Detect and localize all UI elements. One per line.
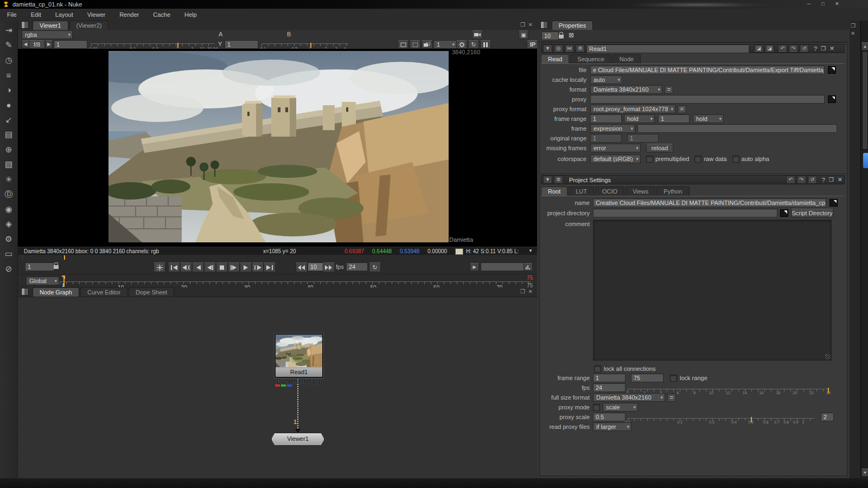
- tab-views[interactable]: Views: [626, 187, 655, 196]
- minimize-button[interactable]: ─: [803, 1, 814, 7]
- step-back-increment-button[interactable]: [296, 262, 308, 272]
- proxy-browse-icon[interactable]: [828, 95, 836, 103]
- collapse-panel-icon[interactable]: ▼: [543, 176, 552, 184]
- swap-ab-icon[interactable]: ◪: [754, 44, 763, 53]
- reload-button[interactable]: reload: [646, 144, 673, 152]
- color-tool-icon[interactable]: ◑: [0, 82, 17, 98]
- close-pane-icon[interactable]: ✕: [528, 22, 533, 28]
- scroll-down-icon[interactable]: ▼: [861, 468, 868, 477]
- scroll-up-icon[interactable]: ▲: [861, 42, 868, 50]
- full-size-expression-button[interactable]: =: [667, 394, 676, 402]
- toolsets-tool-icon[interactable]: ⚙: [0, 232, 17, 247]
- pane-menu-icon[interactable]: [21, 21, 29, 29]
- missing-frames-dropdown[interactable]: error: [590, 144, 641, 152]
- loop-mode-button[interactable]: ↻: [369, 262, 381, 272]
- draw-tool-icon[interactable]: ✎: [0, 38, 17, 53]
- flipbook-button[interactable]: [154, 262, 165, 272]
- auto-alpha-checkbox[interactable]: [732, 156, 739, 163]
- tab-viewer2[interactable]: (Viewer2): [69, 21, 109, 30]
- menu-cache[interactable]: Cache: [146, 9, 177, 21]
- revert-icon[interactable]: ↺: [808, 176, 817, 184]
- pane-menu-icon[interactable]: [21, 288, 29, 296]
- camera-button[interactable]: [472, 30, 483, 39]
- colorspace-dropdown[interactable]: default (sRGB): [590, 155, 641, 163]
- read-node[interactable]: Read1: [275, 333, 323, 378]
- file-browse-icon[interactable]: [828, 66, 836, 74]
- menu-edit[interactable]: Edit: [24, 9, 48, 21]
- gain-input[interactable]: 1: [54, 40, 87, 49]
- project-range-to-input[interactable]: 75: [631, 374, 663, 382]
- tab-sequence[interactable]: Sequence: [570, 54, 611, 63]
- proxy-mode-checkbox[interactable]: [593, 404, 600, 411]
- premultiplied-checkbox[interactable]: [646, 156, 653, 163]
- proxy-mode-dropdown[interactable]: scale: [603, 403, 638, 412]
- node-settings-icon[interactable]: ⚙: [554, 176, 563, 184]
- proxy-scale-slider[interactable]: 0.1 0.2 0.3 0.4 0.5 0.6 0.7 0.8 0.9 1: [628, 418, 814, 422]
- pause-button[interactable]: [480, 40, 491, 49]
- max-panels-input[interactable]: 10: [541, 31, 559, 40]
- tab-properties[interactable]: Properties: [552, 21, 593, 30]
- gain-slider[interactable]: 0.01 0.1 0.3 1 3 10 30 64: [91, 43, 214, 47]
- tab-dope-sheet[interactable]: Dope Sheet: [129, 287, 174, 297]
- close-pane-icon[interactable]: ✕: [851, 30, 855, 37]
- lock-frame-icon[interactable]: [54, 265, 59, 269]
- gamma-input[interactable]: 1: [225, 40, 258, 49]
- render-flipbook-icon[interactable]: ▶: [470, 263, 479, 271]
- time-tool-icon[interactable]: ◷: [0, 53, 17, 68]
- info-dropdown-arrow-icon[interactable]: ▼: [528, 248, 533, 253]
- project-name-input[interactable]: Creative Cloud Files/MANUALE DI MATTE PA…: [593, 198, 826, 207]
- stop-button[interactable]: [216, 262, 228, 272]
- menu-layout[interactable]: Layout: [48, 9, 80, 21]
- deep-tool-icon[interactable]: Ⓓ: [0, 187, 17, 202]
- menu-viewer[interactable]: Viewer: [80, 9, 112, 21]
- plugins-tool-icon[interactable]: ⊘: [0, 261, 17, 277]
- viewer-node[interactable]: Viewer1: [271, 433, 324, 446]
- read-proxy-files-dropdown[interactable]: if larger: [593, 422, 631, 431]
- float-panel-icon[interactable]: ❐: [829, 177, 834, 183]
- file-input[interactable]: e Cloud Files/MANUALE DI MATTE PAINTING/…: [590, 66, 825, 74]
- node-name-input[interactable]: Read1: [586, 44, 749, 53]
- close-pane-icon[interactable]: ✕: [528, 288, 533, 295]
- strip-handle-icon[interactable]: ⋮: [20, 255, 24, 260]
- proxy-format-dropdown[interactable]: root.proxy_format 1024x778: [590, 105, 675, 113]
- format-dropdown[interactable]: Damietta 3840x2160: [590, 85, 662, 94]
- go-to-start-button[interactable]: [168, 262, 180, 272]
- clear-all-panels-icon[interactable]: ⊠: [569, 31, 574, 39]
- revert-icon[interactable]: ↺: [800, 44, 809, 53]
- tab-ocio[interactable]: OCIO: [595, 187, 624, 196]
- properties-scrollbar[interactable]: ▲ ▼: [860, 21, 868, 478]
- menu-file[interactable]: File: [0, 9, 24, 21]
- menu-help[interactable]: Help: [177, 9, 204, 21]
- fstop-button[interactable]: f/8: [29, 40, 45, 49]
- range-to-mode-dropdown[interactable]: hold: [693, 114, 724, 123]
- project-directory-browse-icon[interactable]: [780, 209, 788, 217]
- fit-viewport-button[interactable]: ▣: [519, 30, 528, 39]
- proxy-scale-max-input[interactable]: 2: [821, 413, 834, 421]
- menu-render[interactable]: Render: [112, 9, 146, 21]
- tab-lut[interactable]: LUT: [569, 187, 594, 196]
- tab-root[interactable]: Root: [541, 187, 567, 196]
- prev-keyframe-button[interactable]: [180, 262, 192, 272]
- close-button[interactable]: ✕: [832, 1, 843, 7]
- tab-read[interactable]: Read: [541, 54, 569, 63]
- range-to-input[interactable]: 1: [658, 114, 690, 123]
- timeline-ruler[interactable]: 10 20 30 40 50 60 70: [60, 281, 531, 285]
- monitor-output-button[interactable]: [422, 40, 432, 49]
- full-size-format-dropdown[interactable]: Damietta 3840x2160: [593, 393, 665, 402]
- script-directory-button[interactable]: Script Directory: [791, 209, 833, 217]
- play-button[interactable]: [240, 262, 252, 272]
- pane-menu-icon[interactable]: [540, 21, 548, 29]
- filter-tool-icon[interactable]: ●: [0, 98, 17, 113]
- image-tool-icon[interactable]: ⇥: [0, 23, 17, 38]
- gamma-slider[interactable]: 0.1 0.5 1 2 3 4: [261, 43, 348, 47]
- tab-viewer1[interactable]: Viewer1: [33, 21, 68, 30]
- tab-node-graph[interactable]: Node Graph: [33, 287, 79, 297]
- close-panel-icon[interactable]: ✕: [829, 45, 834, 52]
- center-node-icon[interactable]: ◎: [554, 44, 563, 53]
- lock-range-checkbox[interactable]: [670, 375, 677, 382]
- node-connection[interactable]: [297, 380, 298, 428]
- proxy-input[interactable]: [590, 95, 825, 104]
- raw-data-checkbox[interactable]: [694, 156, 701, 163]
- viewer-canvas[interactable]: 3840,2160 Damietta: [18, 49, 537, 247]
- node-links-icon[interactable]: ⋈: [565, 44, 574, 53]
